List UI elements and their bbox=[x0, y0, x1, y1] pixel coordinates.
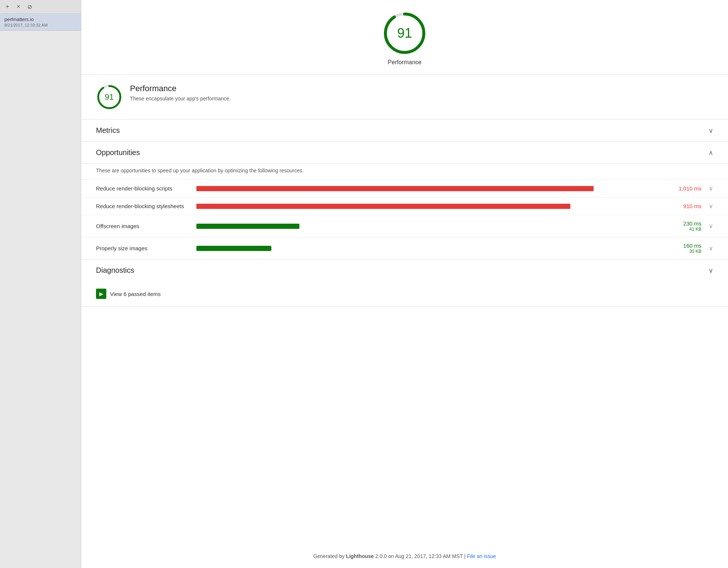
sidebar-item-title: perfmatters.io bbox=[4, 17, 76, 22]
opportunity-bar bbox=[196, 224, 299, 229]
opportunity-bar bbox=[196, 204, 570, 209]
opportunities-section: Opportunities ∧ These are opportunities … bbox=[81, 142, 728, 259]
opportunity-ms: 1,010 ms bbox=[668, 185, 701, 192]
hero-score-value: 91 bbox=[397, 25, 412, 41]
opportunity-chevron-icon[interactable]: ∨ bbox=[709, 185, 713, 192]
perf-text: Performance These encapsulate your app's… bbox=[130, 84, 231, 101]
opportunity-ms: 160 ms bbox=[668, 242, 701, 249]
opportunity-chevron-icon[interactable]: ∨ bbox=[709, 245, 713, 252]
opportunity-label: Properly size images bbox=[96, 245, 192, 251]
opportunity-bar bbox=[196, 186, 594, 191]
diagnostics-header[interactable]: Diagnostics ∨ bbox=[81, 259, 728, 281]
passed-items-label: View 6 passed items bbox=[110, 291, 161, 297]
opportunity-bar-container bbox=[196, 186, 664, 191]
opportunity-label: Reduce render-blocking scripts bbox=[96, 185, 192, 192]
stop-button[interactable]: ⊘ bbox=[25, 2, 34, 11]
metrics-header[interactable]: Metrics ∨ bbox=[81, 120, 728, 141]
opportunity-label: Offscreen images bbox=[96, 223, 192, 229]
add-tab-button[interactable]: + bbox=[3, 2, 12, 11]
perf-score-value: 91 bbox=[105, 92, 114, 102]
opportunities-list: Reduce render-blocking scripts1,010 ms∨R… bbox=[81, 179, 728, 259]
opportunity-ms: 230 ms bbox=[668, 220, 701, 227]
metrics-title: Metrics bbox=[96, 126, 120, 135]
footer-text-after: 2.0.0 on Aug 21, 2017, 12:33 AM MST | bbox=[374, 553, 467, 559]
passed-items-row: ▶ View 6 passed items bbox=[81, 281, 728, 306]
passed-icon-button[interactable]: ▶ bbox=[96, 289, 106, 299]
footer: Generated by Lighthouse 2.0.0 on Aug 21,… bbox=[81, 544, 728, 568]
opportunity-chevron-icon[interactable]: ∨ bbox=[709, 203, 713, 210]
opportunities-title: Opportunities bbox=[96, 148, 140, 157]
hero-label: Performance bbox=[388, 59, 422, 66]
performance-section: 91 Performance These encapsulate your ap… bbox=[81, 75, 728, 120]
diagnostics-section: Diagnostics ∨ ▶ View 6 passed items bbox=[81, 259, 728, 307]
metrics-section: Metrics ∨ bbox=[81, 120, 728, 142]
hero-score-circle: 91 bbox=[382, 11, 427, 55]
opportunity-values: 160 ms30 KB bbox=[668, 242, 701, 254]
perf-description: These encapsulate your app's performance… bbox=[130, 96, 231, 101]
opportunity-chevron-icon[interactable]: ∨ bbox=[709, 223, 713, 230]
opportunity-bar-container bbox=[196, 246, 664, 251]
sidebar: + × ⊘ perfmatters.io 8/21/2017, 12:33:32… bbox=[0, 0, 81, 568]
opportunity-values: 1,010 ms bbox=[668, 185, 701, 192]
opportunity-bar-container bbox=[196, 204, 664, 209]
opportunity-row: Offscreen images230 ms41 KB∨ bbox=[81, 215, 728, 237]
perf-title: Performance bbox=[130, 84, 231, 93]
close-tab-button[interactable]: × bbox=[14, 2, 23, 11]
perf-score-circle: 91 bbox=[96, 84, 123, 110]
opportunity-row: Reduce render-blocking stylesheets910 ms… bbox=[81, 197, 728, 215]
opportunity-bar-container bbox=[196, 224, 664, 229]
opportunity-kb: 30 KB bbox=[668, 249, 701, 254]
opportunity-label: Reduce render-blocking stylesheets bbox=[96, 203, 192, 209]
opportunity-row: Reduce render-blocking scripts1,010 ms∨ bbox=[81, 179, 728, 197]
opportunity-kb: 41 KB bbox=[668, 227, 701, 232]
opportunity-row: Properly size images160 ms30 KB∨ bbox=[81, 237, 728, 259]
opportunity-ms: 910 ms bbox=[668, 203, 701, 209]
footer-text-before: Generated by bbox=[313, 553, 346, 559]
opportunity-bar bbox=[196, 246, 271, 251]
sidebar-item-perfmatters[interactable]: perfmatters.io 8/21/2017, 12:33:32 AM bbox=[0, 14, 81, 31]
main-content: 91 Performance 91 Performance These enca… bbox=[81, 0, 728, 568]
opportunity-values: 910 ms bbox=[668, 203, 701, 209]
sidebar-item-subtitle: 8/21/2017, 12:33:32 AM bbox=[4, 23, 76, 27]
diagnostics-chevron: ∨ bbox=[708, 266, 713, 275]
diagnostics-title: Diagnostics bbox=[96, 266, 134, 275]
metrics-chevron: ∨ bbox=[708, 127, 713, 135]
opportunity-values: 230 ms41 KB bbox=[668, 220, 701, 232]
footer-brand: Lighthouse bbox=[346, 553, 374, 559]
hero-section: 91 Performance bbox=[81, 0, 728, 75]
sidebar-toolbar: + × ⊘ bbox=[0, 0, 81, 14]
opportunities-description: These are opportunities to speed up your… bbox=[81, 164, 728, 179]
opportunities-chevron: ∧ bbox=[708, 149, 713, 157]
file-issue-link[interactable]: File an issue bbox=[467, 553, 496, 559]
opportunities-header[interactable]: Opportunities ∧ bbox=[81, 142, 728, 164]
